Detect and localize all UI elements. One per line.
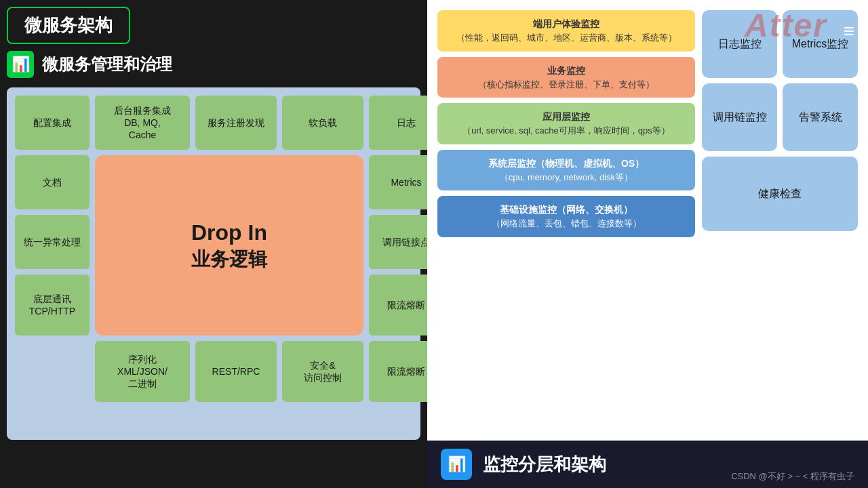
menu-icon[interactable]: ≡ (844, 20, 854, 42)
monitor-box-ux: 端用户体验监控 （性能，返回码、城市、地区、运营商、版本、系统等） (437, 10, 695, 52)
cell-rest: REST/RPC (195, 341, 277, 402)
cell-dropin: Drop In 业务逻辑 (95, 155, 363, 336)
watermark: Atter (745, 7, 827, 44)
right-content: 端用户体验监控 （性能，返回码、城市、地区、运营商、版本、系统等） 业务监控 （… (437, 10, 858, 237)
monitor-app-title: 应用层监控 (447, 110, 686, 124)
monitor-sys-desc: （cpu, memory, network, disk等） (447, 171, 686, 184)
cell-security: 安全&访问控制 (282, 341, 363, 402)
dropin-title: Drop In (191, 219, 267, 247)
subtitle-row: 📊 微服务管理和治理 (7, 51, 420, 78)
grid-area: 配置集成 后台服务集成DB, MQ,Cache 服务注册发现 软负载 日志 文档… (7, 87, 420, 440)
monitor-ux-desc: （性能，返回码、城市、地区、运营商、版本、系统等） (447, 31, 686, 45)
cell-tcp: 底层通讯TCP/HTTP (15, 274, 90, 336)
monitor-box-infra: 基础设施监控（网络、交换机） （网络流量、丢包、错包、连接数等） (437, 196, 695, 237)
monitor-biz-desc: （核心指标监控、登录注册、下单、支付等） (447, 78, 686, 92)
monitor-sys-title: 系统层监控（物理机、虚拟机、OS） (447, 157, 686, 171)
main-title: 微服务架构 (7, 7, 130, 44)
grid-layout: 配置集成 后台服务集成DB, MQ,Cache 服务注册发现 软负载 日志 文档… (15, 96, 412, 402)
monitor-infra-title: 基础设施监控（网络、交换机） (447, 203, 686, 217)
box-health-check: 健康检查 (702, 157, 858, 231)
bottom-icon-box: 📊 (441, 449, 472, 480)
cell-backend: 后台服务集成DB, MQ,Cache (95, 96, 190, 150)
monitor-infra-desc: （网络流量、丢包、错包、连接数等） (447, 217, 686, 230)
cell-exception: 统一异常处理 (15, 215, 90, 269)
monitor-app-desc: （url, service, sql, cache可用率，响应时间，qps等） (447, 124, 686, 138)
cell-serialization: 序列化XML/JSON/二进制 (95, 341, 190, 402)
subtitle-icon-box: 📊 (7, 51, 34, 78)
monitor-box-sys: 系统层监控（物理机、虚拟机、OS） （cpu, memory, network,… (437, 150, 695, 191)
cell-docs: 文档 (15, 155, 90, 209)
subtitle-text: 微服务管理和治理 (42, 54, 172, 75)
cell-service-discovery: 服务注册发现 (195, 96, 277, 150)
left-panel: 微服务架构 📊 微服务管理和治理 配置集成 后台服务集成DB, MQ,Cache… (0, 0, 427, 488)
monitor-ux-title: 端用户体验监控 (447, 17, 686, 31)
monitor-box-biz: 业务监控 （核心指标监控、登录注册、下单、支付等） (437, 57, 695, 98)
cell-config: 配置集成 (15, 96, 90, 150)
bottom-title: 监控分层和架构 (483, 453, 606, 476)
monitor-biz-title: 业务监控 (447, 64, 686, 78)
footer-credit: CSDN @不好 > ~ < 程序有虫子 (731, 470, 854, 483)
box-alarm: 告警系统 (783, 83, 858, 151)
dropin-sub: 业务逻辑 (191, 247, 267, 272)
bottom-bar-icon: 📊 (448, 455, 466, 473)
monitor-stack: 端用户体验监控 （性能，返回码、城市、地区、运营商、版本、系统等） 业务监控 （… (437, 10, 695, 237)
monitor-box-app: 应用层监控 （url, service, sql, cache可用率，响应时间，… (437, 103, 695, 144)
box-call-chain: 调用链监控 (702, 83, 777, 151)
cell-load-balance: 软负载 (282, 96, 363, 150)
bar-chart-icon: 📊 (12, 56, 30, 73)
right-panel: 端用户体验监控 （性能，返回码、城市、地区、运营商、版本、系统等） 业务监控 （… (427, 0, 868, 488)
